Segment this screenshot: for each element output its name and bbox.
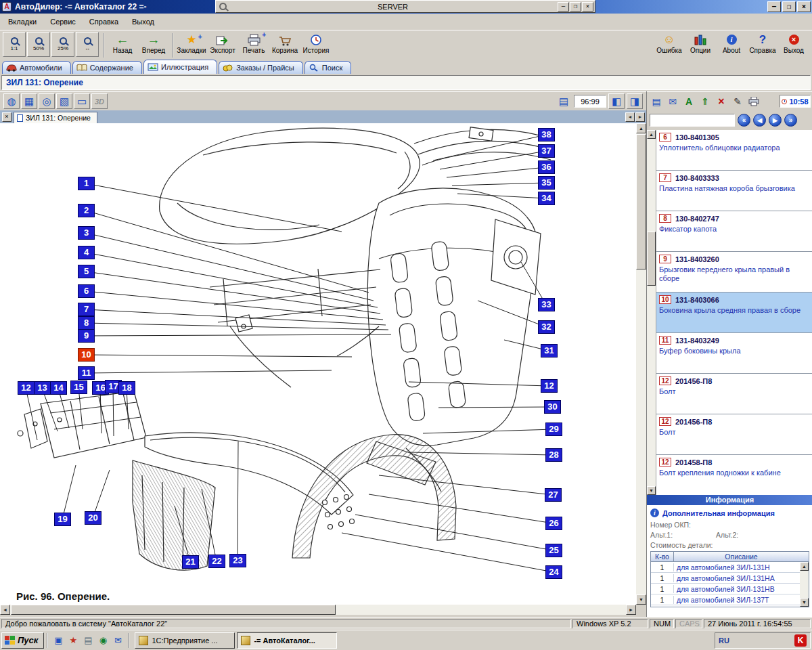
info-table-row[interactable]: 1для автомобилей ЗИЛ-131НА [651, 573, 800, 584]
callout-21[interactable]: 21 [182, 555, 199, 569]
callout-11[interactable]: 11 [78, 366, 95, 380]
callout-38[interactable]: 38 [538, 128, 555, 142]
split-vertical-icon[interactable]: ◨ [627, 93, 643, 109]
callout-7[interactable]: 7 [78, 303, 95, 316]
illustration-canvas[interactable]: 1234567891011121314151617181920212223383… [0, 123, 636, 605]
menu-help[interactable]: Справка [83, 15, 125, 28]
tab-orders[interactable]: Заказы / Прайсы [219, 61, 303, 74]
split-horizontal-icon[interactable]: ◧ [608, 93, 625, 109]
zoom-area-icon[interactable]: ◎ [39, 93, 55, 109]
about-button[interactable]: i About [716, 32, 747, 59]
close-button[interactable]: × [797, 1, 811, 12]
callout-33[interactable]: 33 [538, 298, 555, 311]
part-item[interactable]: 11131-8403249Буфер боковины крыла [656, 333, 812, 374]
callout-18[interactable]: 18 [118, 381, 135, 395]
options-button[interactable]: Опции [685, 32, 716, 59]
part-item[interactable]: 6130-8401305Уплотнитель облицовки радиат… [656, 130, 812, 171]
scroll-left-icon[interactable]: ◄ [0, 605, 10, 615]
nav-next-icon[interactable]: ▶ [769, 114, 782, 127]
antivirus-tray-icon[interactable]: K [794, 634, 807, 647]
quick-launch-icon-2[interactable]: ★ [66, 634, 80, 647]
callout-10[interactable]: 10 [78, 348, 95, 362]
callout-19[interactable]: 19 [54, 513, 71, 526]
quick-launch-icon-1[interactable]: ▣ [51, 634, 65, 647]
font-icon[interactable]: A [681, 94, 696, 109]
forward-button[interactable]: → Вперед [138, 32, 169, 59]
info-table-row[interactable]: 1для автомобилей ЗИЛ-131Н [651, 562, 800, 573]
scroll-right-icon[interactable]: ► [626, 605, 636, 615]
part-item[interactable]: 8130-8402747Фиксатор капота [656, 211, 812, 252]
delete-icon[interactable]: × [714, 94, 729, 109]
scroll-down-icon[interactable]: ▼ [800, 598, 809, 607]
pan-view-icon[interactable]: ◍ [3, 93, 20, 109]
send-icon[interactable]: ✉ [665, 94, 680, 109]
scroll-down-icon[interactable]: ▼ [647, 486, 656, 495]
scroll-up-icon[interactable]: ▲ [636, 123, 646, 133]
nav-last-icon[interactable]: » [784, 114, 797, 127]
callout-13[interactable]: 13 [34, 381, 51, 395]
language-indicator[interactable]: RU [719, 636, 729, 645]
callout-3[interactable]: 3 [78, 226, 95, 240]
callout-1[interactable]: 1 [78, 177, 95, 190]
back-button[interactable]: ← Назад [107, 32, 138, 59]
callout-14[interactable]: 14 [50, 381, 67, 395]
quick-launch-icon-3[interactable]: ▤ [81, 634, 95, 647]
edit-icon[interactable]: ✎ [730, 94, 745, 109]
viewer-vscrollbar[interactable]: ▲ ▼ [636, 123, 646, 605]
viewer-hscrollbar[interactable]: ◄ ► [0, 605, 636, 615]
zoom-50-button[interactable]: 50% [27, 32, 50, 57]
export-button[interactable]: Экспорт [207, 32, 238, 59]
part-item[interactable]: 12201456-П8Болт [656, 414, 812, 455]
vscroll-thumb[interactable] [636, 134, 646, 269]
exit-button[interactable]: × Выход [778, 32, 809, 59]
rdp-close-button[interactable]: × [582, 2, 593, 12]
page-left-icon[interactable]: ◄ [625, 112, 635, 122]
copy-page-icon[interactable]: ▤ [556, 93, 572, 109]
callout-27[interactable]: 27 [545, 488, 562, 502]
3d-view-icon[interactable]: 3D [91, 93, 108, 109]
tab-contents[interactable]: Содержание [72, 61, 142, 74]
part-item[interactable]: 10131-8403066Боковина крыла средняя прав… [656, 292, 812, 333]
minimize-button[interactable]: – [767, 1, 781, 12]
scroll-up-icon[interactable]: ▲ [647, 130, 656, 139]
quick-launch-icon-5[interactable]: ✉ [111, 634, 125, 647]
maximize-button[interactable]: ❐ [782, 1, 796, 12]
bookmarks-button[interactable]: ★+ Закладки [176, 32, 207, 59]
tab-illustration[interactable]: Иллюстрация [143, 60, 217, 74]
callout-5[interactable]: 5 [78, 265, 95, 278]
info-table-row[interactable]: 1для автомобилей ЗИЛ-131НВ [651, 584, 800, 594]
pin-icon[interactable] [219, 3, 227, 10]
callout-30[interactable]: 30 [544, 400, 561, 414]
close-document-icon[interactable]: × [2, 112, 12, 122]
quick-launch-icon-4[interactable]: ◉ [96, 634, 110, 647]
parts-scrollbar[interactable]: ▲ ▼ [647, 130, 656, 495]
callout-6[interactable]: 6 [78, 284, 95, 298]
history-button[interactable]: История [300, 32, 332, 59]
print-button[interactable]: + Печать [238, 32, 269, 59]
taskbar-task[interactable]: 1С:Предприятие ... [135, 632, 235, 649]
zoom-100-button[interactable]: 1:1 [3, 32, 26, 57]
callout-9[interactable]: 9 [78, 329, 95, 343]
cart-button[interactable]: Корзина [269, 32, 300, 59]
document-tab[interactable]: ЗИЛ 131: Оперение [14, 112, 97, 123]
callout-23[interactable]: 23 [229, 554, 246, 567]
error-button[interactable]: ☺ Ошибка [654, 32, 685, 59]
info-table-scrollbar[interactable]: ▲ ▼ [800, 562, 809, 607]
thumbnail-view-icon[interactable]: ▦ [21, 93, 37, 109]
tab-search[interactable]: Поиск [304, 61, 351, 74]
callout-24[interactable]: 24 [545, 565, 562, 579]
callout-25[interactable]: 25 [545, 544, 562, 557]
parts-scroll-thumb[interactable] [647, 232, 656, 286]
nav-prev-icon[interactable]: ◀ [753, 114, 766, 127]
page-right-icon[interactable]: ► [635, 112, 645, 122]
menu-service[interactable]: Сервис [43, 15, 83, 28]
callout-22[interactable]: 22 [208, 555, 225, 568]
rdp-restore-button[interactable]: ❐ [570, 2, 581, 12]
callout-8[interactable]: 8 [78, 316, 95, 330]
callout-2[interactable]: 2 [78, 204, 95, 217]
callout-20[interactable]: 20 [85, 511, 102, 525]
callout-15[interactable]: 15 [70, 381, 87, 394]
part-item[interactable]: 12201458-П8Болт крепления подножки к каб… [656, 455, 812, 495]
callout-12[interactable]: 12 [541, 379, 558, 393]
scroll-down-icon[interactable]: ▼ [636, 594, 646, 605]
